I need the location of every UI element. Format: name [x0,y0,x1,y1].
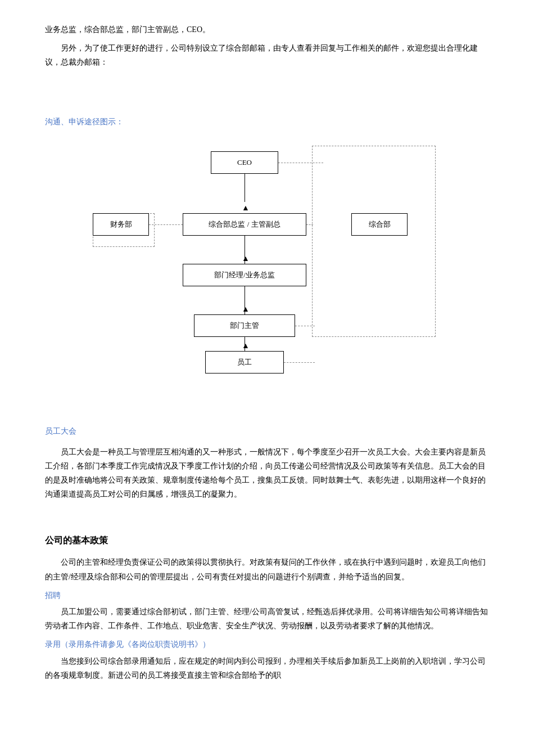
dashed-boundary-right [312,146,436,337]
chart-section-title: 沟通、申诉途径图示： [45,115,489,129]
intro-line2: 另外，为了使工作更好的进行，公司特别设立了综合部邮箱，由专人查看并回复与工作相关… [45,41,489,69]
dept-mgr-box: 部门经理/业务总监 [183,264,306,286]
arrow-employee-up: ▲ [242,339,250,353]
intro-line1: 业务总监，综合部总监，部门主管副总，CEO。 [45,22,489,37]
finance-box: 财务部 [93,213,149,236]
arrow-gm-to-ceo: ▲ [242,201,250,215]
line-ceo-right [278,163,323,163]
employment-title: 录用（录用条件请参见《各岗位职责说明书》） [45,637,489,651]
org-chart-inner: CEO 综合部总监 / 主管副总 财务部 综合部 ▲ 部门经理/业务总监 ▲ 部… [76,140,458,365]
general-dept-box: 综合部 [351,213,408,236]
line-ceo-to-gm [245,174,245,202]
basic-policy-content: 公司的主管和经理负责保证公司的政策得以贯彻执行。对政策有疑问的工作伙伴，或在执行… [45,555,489,583]
org-chart: CEO 综合部总监 / 主管副总 财务部 综合部 ▲ 部门经理/业务总监 ▲ 部… [76,140,458,365]
ceo-box: CEO [211,151,278,174]
employee-meeting-content: 员工大会是一种员工与管理层互相沟通的又一种形式，一般情况下，每个季度至少召开一次… [45,445,489,502]
line-supervisor-dashed [295,326,315,326]
employment-content: 当您接到公司综合部录用通知后，应在规定的时间内到公司报到，办理相关手续后参加新员… [45,654,489,682]
general-mgr-box: 综合部总监 / 主管副总 [183,213,306,236]
arrow-supervisor-up: ▲ [242,302,250,316]
employee-box: 员工 [205,351,284,374]
employee-meeting-title: 员工大会 [45,424,489,438]
basic-policy-title: 公司的基本政策 [45,533,489,549]
arrow-dept-mgr-up: ▲ [242,251,250,266]
line-gm-right [306,224,313,225]
dept-supervisor-box: 部门主管 [194,314,295,337]
line-employee-dashed [284,362,315,363]
line-gm-finance [149,224,183,225]
recruitment-content: 员工加盟公司，需要通过综合部初试，部门主管、经理/公司高管复试，经甄选后择优录用… [45,605,489,633]
recruitment-title: 招聘 [45,588,489,602]
chart-link[interactable]: 沟通、申诉途径图示： [45,118,124,126]
